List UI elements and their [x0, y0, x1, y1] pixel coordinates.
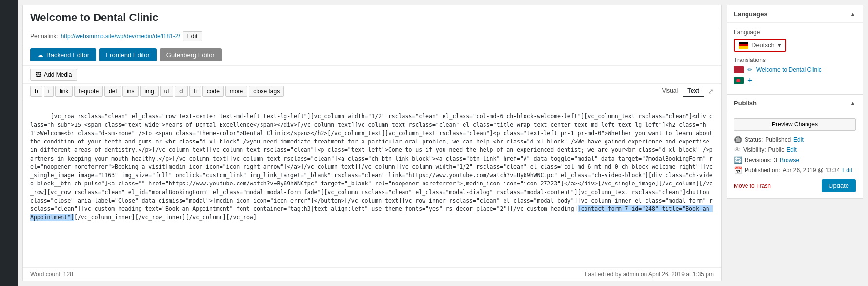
editor-panel: Permalink: http://websmirno.site/wp/dev/… [22, 5, 722, 281]
visibility-icon: 👁 [734, 146, 741, 154]
close-tags-button[interactable]: close tags [249, 86, 284, 97]
publish-status-row: 🔘 Status: Published Edit [734, 136, 856, 143]
calendar-icon: 📅 [734, 166, 742, 174]
publish-section: Publish ▲ Preview Changes 🔘 Status: Publ… [727, 94, 863, 199]
publish-section-body: Preview Changes 🔘 Status: Published Edit… [727, 112, 863, 198]
editor-area: Permalink: http://websmirno.site/wp/dev/… [18, 0, 868, 286]
add-translation-button[interactable]: + [747, 76, 753, 85]
update-button[interactable]: Update [822, 179, 856, 192]
right-sidebar: Languages ▲ Language Deutsch ▾ Translati… [727, 5, 863, 281]
bquote-button[interactable]: b-quote [74, 86, 103, 97]
tab-text[interactable]: Text [683, 86, 704, 97]
publish-toggle-icon[interactable]: ▲ [850, 100, 856, 107]
published-date-row: 📅 Published on: Apr 26, 2019 @ 13:34 Edi… [734, 166, 856, 174]
language-selector[interactable]: Deutsch ▾ [734, 39, 786, 52]
bold-button[interactable]: b [30, 86, 42, 97]
toolbar-right: Visual Text ⤢ [657, 86, 714, 97]
last-edited: Last edited by admin on April 26, 2019 a… [585, 271, 714, 278]
languages-title: Languages [734, 10, 767, 18]
revisions-browse-link[interactable]: Browse [780, 157, 799, 163]
published-edit-link[interactable]: Edit [842, 167, 852, 174]
languages-toggle-icon[interactable]: ▲ [850, 11, 856, 18]
toolbar-row: b i link b-quote del ins img ul ol li co… [23, 84, 721, 99]
publish-section-header: Publish ▲ [727, 95, 863, 112]
del-button[interactable]: del [104, 86, 121, 97]
translation-link-en[interactable]: Welcome to Dental Clinic [756, 66, 822, 73]
gutenberg-editor-button[interactable]: Gutenberg Editor [160, 48, 222, 61]
backend-editor-button[interactable]: ☁ Backend Editor [30, 48, 96, 61]
visual-text-tabs: Visual Text [657, 86, 704, 97]
img-button[interactable]: img [140, 86, 158, 97]
ol-button[interactable]: ol [175, 86, 188, 97]
more-button[interactable]: more [225, 86, 247, 97]
translation-item-en: ✏ Welcome to Dental Clinic [734, 66, 856, 73]
ul-button[interactable]: ul [160, 86, 173, 97]
flag-us-icon [734, 66, 744, 73]
word-count: Word count: 128 [30, 271, 73, 278]
permalink-row: Permalink: http://websmirno.site/wp/dev/… [23, 28, 721, 44]
code-editor[interactable]: [vc_row rsclass="clean" el_class="row te… [23, 99, 721, 267]
editor-buttons-row: ☁ Backend Editor Frontend Editor Gutenbe… [23, 44, 721, 66]
code-content-after: [/vc_column_inner][/vc_row_inner][/vc_co… [74, 214, 257, 221]
language-dropdown-icon: ▾ [778, 41, 781, 49]
add-media-button[interactable]: 🖼 Add Media [30, 69, 77, 81]
italic-button[interactable]: i [44, 86, 54, 97]
visibility-edit-link[interactable]: Edit [787, 146, 797, 153]
permalink-edit-button[interactable]: Edit [183, 31, 202, 41]
preview-changes-button[interactable]: Preview Changes [734, 118, 856, 131]
expand-icon[interactable]: ⤢ [708, 87, 714, 95]
translation-item-bd: + [734, 76, 856, 85]
language-label: Language [734, 29, 856, 36]
add-media-icon: 🖼 [36, 71, 41, 78]
visibility-row: 👁 Visibility: Public Edit [734, 146, 856, 154]
status-icon: 🔘 [734, 136, 742, 143]
selected-language-text: Deutsch [751, 41, 775, 49]
frontend-editor-button[interactable]: Frontend Editor [99, 48, 157, 61]
edit-translation-pen-icon[interactable]: ✏ [747, 66, 752, 73]
flag-de-icon [739, 42, 748, 49]
page-title-input[interactable] [30, 11, 714, 24]
code-content-before: [vc_row rsclass="clean" el_class="row te… [30, 113, 716, 212]
left-sidebar [0, 0, 18, 286]
toolbar-left: b i link b-quote del ins img ul ol li co… [30, 86, 284, 97]
title-area [23, 5, 721, 28]
li-button[interactable]: li [189, 86, 201, 97]
permalink-link[interactable]: http://websmirno.site/wp/dev/medin/de/l1… [61, 33, 180, 40]
languages-section-header: Languages ▲ [727, 5, 863, 23]
ins-button[interactable]: ins [122, 86, 139, 97]
move-to-trash-link[interactable]: Move to Trash [734, 183, 771, 189]
link-button[interactable]: link [55, 86, 73, 97]
cloud-icon: ☁ [37, 51, 43, 59]
permalink-label: Permalink: [30, 33, 58, 40]
editor-footer: Word count: 128 Last edited by admin on … [23, 267, 721, 281]
add-media-row: 🖼 Add Media [23, 66, 721, 84]
code-button[interactable]: code [202, 86, 224, 97]
languages-section-body: Language Deutsch ▾ Translations ✏ Welcom… [727, 23, 863, 94]
languages-section: Languages ▲ Language Deutsch ▾ Translati… [727, 5, 863, 94]
status-edit-link[interactable]: Edit [793, 136, 804, 143]
revisions-icon: 🔄 [734, 156, 742, 164]
revisions-row: 🔄 Revisions: 3 Browse [734, 156, 856, 164]
publish-title: Publish [734, 100, 757, 107]
flag-bd-icon [734, 77, 744, 84]
tab-visual[interactable]: Visual [657, 86, 683, 97]
translations-label: Translations [734, 57, 856, 63]
publish-footer: Move to Trash Update [734, 179, 856, 192]
